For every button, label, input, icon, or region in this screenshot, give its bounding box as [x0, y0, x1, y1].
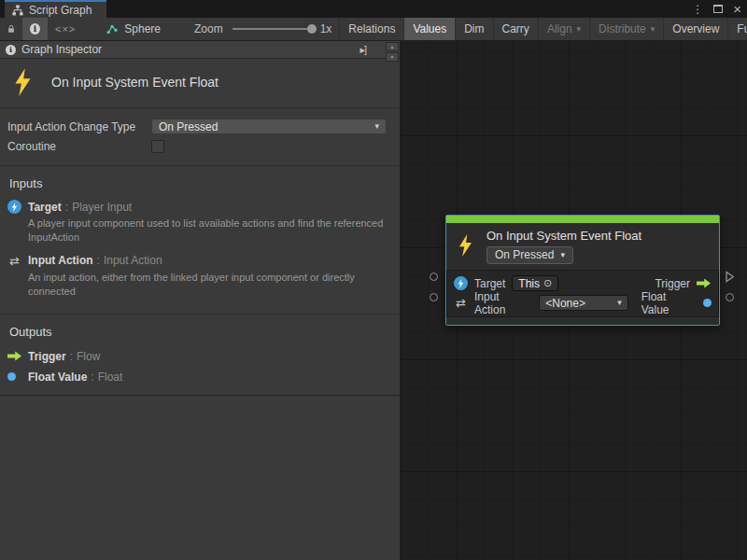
output-port-row: Float Value : Float — [0, 367, 400, 387]
toolbar-button-fullscreen[interactable]: Full Screen — [727, 18, 747, 40]
port-type: Flow — [77, 350, 100, 363]
player-input-icon — [454, 276, 468, 290]
toolbar-button-label: Full Screen — [737, 22, 747, 35]
script-graph-icon — [12, 5, 23, 16]
port-description: An input action, either from the linked … — [28, 271, 388, 300]
toolbar-button-dim[interactable]: Dim — [455, 18, 492, 40]
lightning-bolt-icon — [458, 234, 473, 257]
lightning-bolt-icon — [13, 68, 33, 96]
node-row-input-action: ⇄ Input Action <None> ▾ Float Value — [454, 294, 712, 313]
tab-script-graph[interactable]: Script Graph — [5, 0, 106, 18]
node-footer — [446, 316, 719, 325]
node-title: On Input System Event Float — [486, 229, 641, 243]
info-icon: i — [6, 45, 16, 55]
trigger-label: Trigger — [655, 277, 690, 290]
code-icon: <×> — [55, 23, 76, 35]
chevron-down-icon: ▾ — [651, 25, 655, 34]
target-object-chip[interactable]: This ⊙ — [512, 275, 558, 291]
node-title-block: On Input System Event Float — [0, 59, 400, 108]
port-type: Input Action — [104, 254, 162, 267]
node-properties: Input Action Change Type On Pressed ▾ Co… — [0, 108, 400, 166]
inspector-header: i Graph Inspector ▸] — [0, 41, 400, 59]
output-port-float[interactable] — [726, 293, 734, 301]
chevron-down-icon: ▾ — [577, 25, 582, 34]
inspected-node-title: On Input System Event Float — [51, 75, 218, 90]
graph-breadcrumb-label: Sphere — [124, 22, 161, 35]
graph-inspector-panel: i Graph Inspector ▸] ▲ ▼ On Input System… — [0, 41, 401, 560]
toolbar-button-values[interactable]: Values — [403, 18, 455, 40]
property-label: Coroutine — [7, 140, 151, 153]
outputs-section: Outputs Trigger : Flow Float Value : Flo… — [0, 315, 400, 396]
property-row: Input Action Change Type On Pressed ▾ — [7, 117, 387, 136]
separator: : — [97, 254, 100, 267]
float-value-label: Float Value — [641, 290, 697, 316]
input-action-dropdown[interactable]: <None> ▾ — [539, 295, 627, 311]
lock-icon — [7, 23, 15, 35]
toolbar-button-overview[interactable]: Overview — [663, 18, 727, 40]
float-dot-icon — [703, 299, 712, 307]
node-body: Target This ⊙ Trigger ⇄ Input Action <No… — [446, 271, 719, 316]
target-value: This — [518, 277, 540, 290]
toolbar-button-label: Overview — [672, 22, 719, 35]
window-menu-icon[interactable]: ⋮ — [692, 3, 703, 16]
flow-arrow-icon — [7, 351, 22, 361]
scroll-up-button[interactable]: ▲ — [386, 42, 399, 51]
object-picker-icon[interactable]: ⊙ — [543, 277, 552, 289]
input-action-value: <None> — [545, 297, 585, 310]
port-name: Target — [28, 201, 62, 214]
lock-button[interactable] — [0, 18, 22, 40]
toolbar-button-relations[interactable]: Relations — [339, 18, 403, 40]
toolbar-button-label: Align — [547, 22, 572, 35]
target-label: Target — [474, 277, 505, 290]
toolbar-button-label: Values — [413, 22, 446, 35]
chevron-down-icon: ▾ — [617, 299, 622, 307]
output-port-trigger[interactable] — [725, 271, 735, 283]
node-accent-bar — [446, 216, 719, 223]
node-header[interactable]: On Input System Event Float On Pressed ▾ — [446, 223, 719, 271]
zoom-slider-knob[interactable] — [307, 24, 317, 34]
change-type-dropdown[interactable]: On Pressed ▾ — [151, 119, 387, 134]
separator: : — [65, 201, 68, 214]
zoom-control: Zoom 1x — [194, 18, 339, 40]
port-description: A player input component used to list av… — [28, 217, 388, 245]
input-port-action[interactable] — [430, 293, 438, 301]
input-port-row: Target : Player Input — [0, 198, 400, 216]
toolbar-button-carry[interactable]: Carry — [493, 18, 538, 40]
toolbar-toggle-group: Relations Values Dim Carry Align ▾ Distr… — [339, 18, 747, 40]
event-node[interactable]: On Input System Event Float On Pressed ▾… — [445, 215, 720, 326]
output-port-row: Trigger : Flow — [0, 346, 400, 367]
zoom-label: Zoom — [194, 22, 223, 35]
trigger-arrow-icon — [697, 278, 712, 288]
port-name: Float Value — [28, 371, 87, 384]
inspector-scrollbar: ▲ ▼ — [386, 42, 399, 62]
inspector-toggle-button[interactable]: i — [22, 18, 48, 40]
node-mode-value: On Pressed — [495, 248, 554, 261]
graph-breadcrumb-sphere[interactable]: Sphere — [96, 18, 170, 40]
port-name: Trigger — [28, 350, 66, 363]
toolbar-button-label: Distribute — [599, 22, 646, 35]
node-mode-dropdown[interactable]: On Pressed ▾ — [486, 246, 573, 264]
chevron-down-icon: ▾ — [560, 251, 565, 259]
close-icon[interactable]: × — [733, 2, 741, 16]
maximize-icon[interactable] — [713, 5, 723, 13]
window-controls: ⋮ × — [692, 1, 741, 17]
dock-panel-icon[interactable]: ▸] — [359, 44, 366, 56]
input-action-icon: ⇄ — [454, 296, 468, 310]
inspector-title: Graph Inspector — [21, 43, 354, 56]
port-type: Float — [98, 371, 123, 384]
toolbar-button-align: Align ▾ — [538, 18, 589, 40]
input-port-target[interactable] — [430, 273, 438, 281]
input-port-row: ⇄ Input Action : Input Action — [0, 252, 400, 270]
tab-title: Script Graph — [29, 4, 92, 17]
code-view-button[interactable]: <×> — [48, 18, 83, 40]
graph-toolbar: i <×> Sphere Zoom 1x Relations Values Di… — [0, 18, 747, 41]
toolbar-button-distribute: Distribute ▾ — [589, 18, 663, 40]
input-action-icon: ⇄ — [7, 254, 21, 268]
coroutine-checkbox[interactable] — [151, 140, 164, 153]
separator: : — [91, 371, 93, 384]
separator: : — [70, 350, 73, 363]
scroll-down-button[interactable]: ▼ — [386, 52, 399, 62]
graph-canvas[interactable]: On Input System Event Float On Pressed ▾… — [402, 41, 747, 560]
property-label: Input Action Change Type — [7, 120, 151, 133]
zoom-slider[interactable] — [233, 28, 315, 30]
